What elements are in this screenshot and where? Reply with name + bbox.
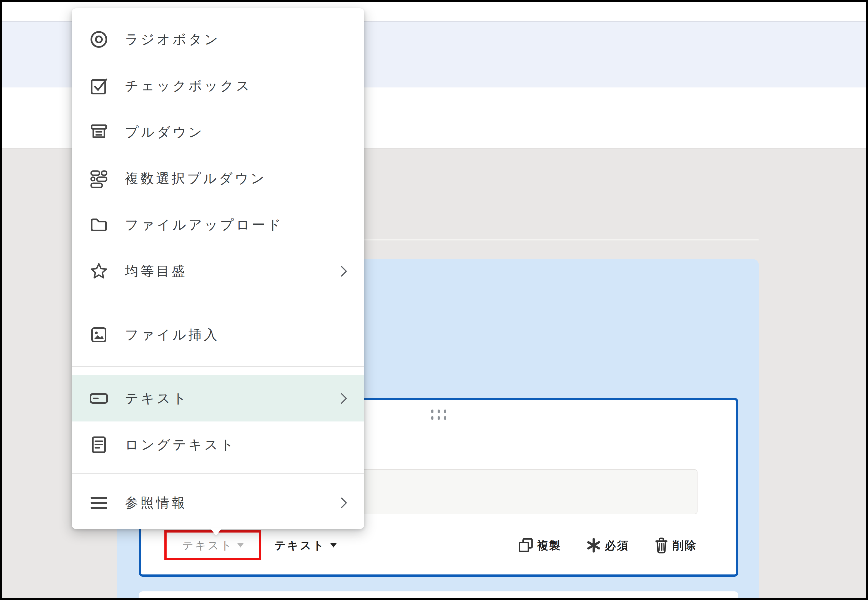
menu-item-label: ラジオボタン bbox=[125, 30, 220, 48]
menu-item-label: ロングテキスト bbox=[125, 436, 236, 454]
text-field-icon bbox=[89, 389, 108, 408]
asterisk-icon bbox=[586, 538, 601, 553]
field-type-menu-items: ラジオボタンチェックボックスプルダウン複数選択プルダウンファイルアップロード均等… bbox=[72, 16, 364, 526]
menu-item-label: ファイル挿入 bbox=[125, 326, 220, 344]
drag-handle-icon[interactable] bbox=[431, 409, 446, 420]
menu-item-label: ファイルアップロード bbox=[125, 216, 283, 234]
delete-button[interactable]: 削除 bbox=[654, 537, 697, 554]
chevron-right-icon bbox=[341, 392, 348, 404]
menu-item-checkbox[interactable]: チェックボックス bbox=[72, 62, 364, 109]
menu-item-label: 参照情報 bbox=[125, 494, 187, 512]
chevron-down-icon bbox=[238, 543, 244, 547]
menu-item-label: プルダウン bbox=[125, 123, 205, 141]
menu-item-text[interactable]: テキスト bbox=[72, 375, 364, 421]
field-actions: 複製必須削除 bbox=[518, 530, 697, 560]
menu-separator bbox=[72, 303, 364, 303]
chevron-down-icon bbox=[330, 543, 336, 547]
menu-item-label: チェックボックス bbox=[125, 77, 252, 95]
required-button[interactable]: 必須 bbox=[586, 538, 629, 553]
action-label: 必須 bbox=[605, 538, 629, 553]
radio-icon bbox=[89, 30, 108, 49]
star-icon bbox=[89, 262, 108, 281]
menu-item-label: 均等目盛 bbox=[125, 262, 187, 280]
menu-separator bbox=[72, 366, 364, 367]
menu-pointer-arrow bbox=[210, 528, 222, 536]
chevron-right-icon bbox=[341, 265, 348, 277]
action-label: 複製 bbox=[537, 538, 562, 553]
action-label: 削除 bbox=[673, 538, 697, 553]
menu-item-multi-select-pulldown[interactable]: 複数選択プルダウン bbox=[72, 155, 364, 202]
field-type-select[interactable]: テキスト bbox=[182, 538, 244, 553]
chevron-right-icon bbox=[341, 497, 348, 509]
field-type-dropdown[interactable]: テキスト bbox=[274, 530, 336, 560]
field-type-dropdown-label: テキスト bbox=[274, 538, 326, 553]
field-type-select-label: テキスト bbox=[182, 538, 233, 553]
menu-item-linear-scale[interactable]: 均等目盛 bbox=[72, 248, 364, 294]
menu-item-file-insert[interactable]: ファイル挿入 bbox=[72, 312, 364, 358]
menu-item-radio-button[interactable]: ラジオボタン bbox=[72, 16, 364, 62]
long-text-icon bbox=[89, 435, 108, 454]
menu-item-reference-info[interactable]: 参照情報 bbox=[72, 479, 364, 526]
menu-item-long-text[interactable]: ロングテキスト bbox=[72, 421, 364, 468]
list-icon bbox=[89, 493, 108, 512]
multi-select-icon bbox=[89, 169, 108, 188]
duplicate-button[interactable]: 複製 bbox=[518, 538, 562, 553]
trash-icon bbox=[654, 537, 669, 554]
menu-item-label: テキスト bbox=[125, 389, 189, 407]
copy-icon bbox=[518, 538, 534, 553]
field-type-menu: ラジオボタンチェックボックスプルダウン複数選択プルダウンファイルアップロード均等… bbox=[72, 8, 364, 529]
menu-item-pulldown[interactable]: プルダウン bbox=[72, 109, 364, 155]
pulldown-icon bbox=[89, 123, 108, 142]
menu-item-label: 複数選択プルダウン bbox=[125, 170, 267, 188]
folder-icon bbox=[89, 215, 108, 234]
image-icon bbox=[89, 326, 108, 344]
menu-item-file-upload[interactable]: ファイルアップロード bbox=[72, 202, 364, 248]
checkbox-icon bbox=[89, 76, 108, 95]
next-field-card-top bbox=[139, 591, 738, 600]
menu-separator bbox=[72, 473, 364, 474]
